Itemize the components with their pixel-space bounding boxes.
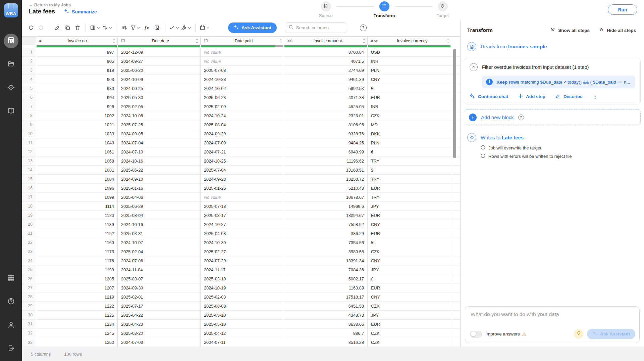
describe-button[interactable]: Describe bbox=[555, 94, 583, 100]
cell[interactable]: 918 bbox=[36, 66, 118, 75]
cell[interactable]: 1061 bbox=[36, 147, 118, 156]
column-menu-icon[interactable] bbox=[113, 39, 115, 43]
table-row[interactable]: 39182025-06-302025-07-082744.69PLN bbox=[22, 66, 460, 75]
row-number[interactable]: 24 bbox=[22, 256, 36, 265]
cell[interactable]: £ bbox=[368, 274, 451, 283]
cell[interactable]: 1120 bbox=[36, 211, 118, 220]
cell[interactable]: 8700.84 bbox=[284, 48, 368, 56]
cell[interactable]: 2024-09-10 bbox=[118, 175, 201, 183]
cell[interactable]: 13391.34 bbox=[284, 256, 368, 265]
collapse-block-button[interactable] bbox=[470, 63, 478, 71]
row-number[interactable]: 32 bbox=[22, 329, 36, 337]
row-number[interactable]: 5 bbox=[22, 84, 36, 93]
cell[interactable]: 17518.17 bbox=[284, 292, 368, 301]
cell[interactable]: PLN bbox=[368, 66, 451, 75]
cell[interactable]: 897 bbox=[36, 48, 118, 56]
target-link[interactable]: Late fees bbox=[502, 135, 524, 140]
cell[interactable]: $ bbox=[368, 166, 451, 174]
cell[interactable]: 2025-02-05 bbox=[118, 102, 201, 111]
cell[interactable]: No value bbox=[201, 48, 284, 56]
row-number[interactable]: 25 bbox=[22, 265, 36, 274]
cell[interactable]: 2024-09-30 bbox=[118, 283, 201, 292]
cell[interactable]: 8516.28 bbox=[284, 338, 368, 347]
row-number[interactable]: 26 bbox=[22, 274, 36, 283]
row-number[interactable]: 18 bbox=[22, 202, 36, 211]
column-header-invoice-currency[interactable]: Abc Invoice currency bbox=[368, 37, 451, 45]
column-header-date-paid[interactable]: Date paid bbox=[201, 37, 284, 45]
cell[interactable]: 2025-02-01 bbox=[118, 292, 201, 301]
cell[interactable]: 2024-07-10 bbox=[118, 147, 201, 156]
cell[interactable]: PLN bbox=[368, 138, 451, 147]
cell[interactable]: 1163.89 bbox=[284, 283, 368, 292]
cell[interactable]: 2025-08-04 bbox=[201, 120, 284, 129]
table-row[interactable]: 2211602024-10-072024-10-307354.56¥ bbox=[22, 238, 460, 247]
cell[interactable]: ¥ bbox=[368, 238, 451, 247]
cell[interactable]: 2024-07-03 bbox=[118, 338, 201, 347]
cell[interactable]: 2024-07-04 bbox=[118, 138, 201, 147]
sidebar-item-logout[interactable] bbox=[4, 342, 18, 356]
row-number[interactable]: 22 bbox=[22, 238, 36, 247]
column-menu-icon[interactable] bbox=[446, 39, 449, 43]
cell[interactable]: JPY bbox=[368, 265, 451, 274]
cell[interactable]: TRY bbox=[368, 156, 451, 165]
row-number[interactable]: 10 bbox=[22, 129, 36, 138]
cell[interactable]: 5002.17 bbox=[284, 274, 368, 283]
cell[interactable]: CNY bbox=[368, 220, 451, 229]
cell[interactable]: 2024-07-09 bbox=[201, 138, 284, 147]
row-number[interactable]: 4 bbox=[22, 75, 36, 84]
cell[interactable]: 2024-12-09 bbox=[118, 48, 201, 56]
add-step-button[interactable]: Add step bbox=[518, 94, 545, 99]
row-number[interactable]: 8 bbox=[22, 111, 36, 120]
cell[interactable]: 2025-01-26 bbox=[201, 184, 284, 192]
cell[interactable]: 1199 bbox=[36, 265, 118, 274]
cell[interactable]: 2025-04-06 bbox=[118, 193, 201, 201]
row-number[interactable]: 13 bbox=[22, 156, 36, 165]
table-row[interactable]: 18972024-12-09No value8700.84USD bbox=[22, 48, 460, 57]
row-number[interactable]: 16 bbox=[22, 184, 36, 192]
table-row[interactable]: 2311732025-02-042025-02-273980.55CZK bbox=[22, 247, 460, 256]
cell[interactable]: 386.29 bbox=[284, 229, 368, 238]
back-link[interactable]: ← Return to My Jobs bbox=[29, 3, 71, 7]
cell[interactable]: 2024-10-19 bbox=[201, 283, 284, 292]
stepper-target[interactable]: Target bbox=[432, 1, 453, 18]
cell[interactable]: 2025-07-25 bbox=[118, 120, 201, 129]
sidebar-item-apps[interactable] bbox=[4, 271, 18, 286]
row-number[interactable]: 23 bbox=[22, 247, 36, 256]
row-number[interactable]: 14 bbox=[22, 166, 36, 174]
cell[interactable]: 2024-10-02 bbox=[201, 84, 284, 93]
row-number[interactable]: 6 bbox=[22, 93, 36, 102]
table-row[interactable]: 2411762024-07-062024-07-2913391.34CNY bbox=[22, 256, 460, 265]
row-number[interactable]: 33 bbox=[22, 338, 36, 347]
cell[interactable]: 2025-04-22 bbox=[118, 311, 201, 319]
cell[interactable]: 1219 bbox=[36, 292, 118, 301]
cell[interactable]: INR bbox=[368, 57, 451, 65]
cell[interactable]: No value bbox=[201, 193, 284, 201]
filter-menu-button[interactable] bbox=[129, 23, 142, 33]
cell[interactable]: 1096 bbox=[36, 184, 118, 192]
table-row[interactable]: 59802024-09-252024-10-025992.53¥ bbox=[22, 84, 460, 93]
step-1-row[interactable]: 1 Keep rows matching $Due_date < today()… bbox=[482, 76, 635, 88]
cell[interactable]: JPY bbox=[368, 202, 451, 211]
column-header-invoice-amount[interactable]: .00 Invoice amount bbox=[284, 37, 368, 45]
cell[interactable]: 4071.38 bbox=[284, 93, 368, 102]
cell[interactable]: 2024-09-05 bbox=[118, 129, 201, 138]
help-circle-icon[interactable]: ? bbox=[518, 115, 524, 120]
block-menu-button[interactable]: ⋮ bbox=[593, 95, 598, 98]
cell[interactable]: 2024-09-28 bbox=[201, 175, 284, 183]
row-number[interactable]: 28 bbox=[22, 292, 36, 301]
cell[interactable]: 2024-09-27 bbox=[118, 57, 201, 65]
table-row[interactable]: 2712072024-09-302024-10-191163.89EUR bbox=[22, 283, 460, 292]
cell[interactable]: 2025-02-03 bbox=[201, 292, 284, 301]
table-row[interactable]: 1811142025-06-292025-07-1814969.6JPY bbox=[22, 202, 460, 211]
cell[interactable]: € bbox=[368, 147, 451, 156]
improve-answers-toggle[interactable] bbox=[470, 331, 482, 337]
cell[interactable]: EUR bbox=[368, 184, 451, 192]
cell[interactable]: CZK bbox=[368, 247, 451, 256]
cell[interactable]: 6948.99 bbox=[284, 147, 368, 156]
source-link[interactable]: Invoices sample bbox=[508, 44, 547, 49]
tools-menu-button[interactable] bbox=[180, 23, 192, 33]
sort-rows-button[interactable] bbox=[119, 23, 129, 33]
cell[interactable]: INR bbox=[368, 102, 451, 111]
undo-button[interactable] bbox=[26, 23, 36, 33]
cell[interactable]: 2024-10-30 bbox=[201, 238, 284, 247]
